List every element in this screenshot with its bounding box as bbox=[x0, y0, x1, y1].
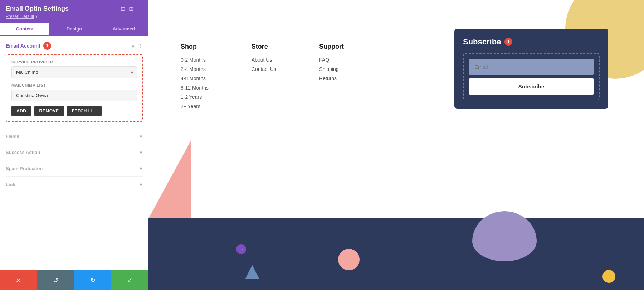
link-header[interactable]: Link ∨ bbox=[6, 182, 143, 187]
spam-protection-section: Spam Protection ∨ bbox=[6, 160, 143, 176]
bottom-toolbar: ✕ ↺ ↻ ✓ bbox=[0, 270, 148, 290]
nav-columns: Shop 0-2 Months 2-4 Months 4-8 Months 8-… bbox=[181, 43, 344, 113]
add-button[interactable]: ADD bbox=[11, 106, 31, 116]
footer-yellow-circle bbox=[602, 270, 615, 283]
fields-chevron-icon: ∨ bbox=[139, 133, 143, 139]
fields-section: Fields ∨ bbox=[6, 128, 143, 144]
subscribe-badge: 1 bbox=[504, 38, 512, 46]
save-icon: ✓ bbox=[127, 276, 133, 284]
nav-link[interactable]: 4-8 Months bbox=[181, 76, 209, 81]
footer-peach-circle bbox=[338, 249, 360, 270]
btn-row: ADD REMOVE FETCH LI... bbox=[11, 106, 137, 116]
layout-icon[interactable]: ⊞ bbox=[129, 5, 133, 12]
section-more-icon[interactable]: ⋮ bbox=[138, 43, 143, 49]
subscribe-header: Subscribe 1 bbox=[463, 37, 600, 47]
success-action-chevron-icon: ∨ bbox=[139, 149, 143, 155]
spam-protection-chevron-icon: ∨ bbox=[139, 165, 143, 171]
nav-link[interactable]: Shipping bbox=[319, 66, 344, 72]
section-header: Email Account 1 ∧ ⋮ bbox=[6, 42, 143, 50]
link-section: Link ∨ bbox=[6, 176, 143, 192]
tab-advanced[interactable]: Advanced bbox=[99, 23, 148, 36]
spam-protection-title: Spam Protection bbox=[6, 166, 43, 171]
nav-link[interactable]: About Us bbox=[252, 57, 276, 63]
success-action-section: Success Action ∨ bbox=[6, 144, 143, 160]
store-column: Store About Us Contact Us bbox=[252, 43, 276, 113]
focus-icon[interactable]: ⊡ bbox=[121, 5, 125, 12]
nav-link[interactable]: Returns bbox=[319, 76, 344, 81]
subscribe-button[interactable]: Subscribe bbox=[469, 78, 594, 95]
remove-button[interactable]: REMOVE bbox=[34, 106, 64, 116]
spam-protection-header[interactable]: Spam Protection ∨ bbox=[6, 165, 143, 171]
store-heading: Store bbox=[252, 43, 276, 50]
close-icon: ✕ bbox=[16, 276, 21, 284]
subscribe-dashed-box: Subscribe bbox=[463, 53, 600, 100]
undo-icon: ↺ bbox=[53, 276, 58, 284]
footer-purple-dot: ··· bbox=[236, 244, 246, 254]
more-icon[interactable]: ⋮ bbox=[137, 5, 143, 12]
service-provider-select[interactable]: MailChimp bbox=[11, 66, 137, 78]
nav-link[interactable]: 2+ Years bbox=[181, 103, 209, 109]
panel-title: Email Optin Settings bbox=[6, 5, 69, 13]
nav-link[interactable]: FAQ bbox=[319, 57, 344, 63]
shop-heading: Shop bbox=[181, 43, 209, 50]
support-column: Support FAQ Shipping Returns bbox=[319, 43, 344, 113]
link-chevron-icon: ∨ bbox=[139, 182, 143, 187]
success-action-header[interactable]: Success Action ∨ bbox=[6, 149, 143, 155]
redo-button[interactable]: ↻ bbox=[74, 270, 112, 290]
section-header-right: ∧ ⋮ bbox=[131, 43, 143, 49]
nav-link[interactable]: 0-2 Months bbox=[181, 57, 209, 63]
fields-header[interactable]: Fields ∨ bbox=[6, 133, 143, 139]
mailchimp-list-label: MailChimp List bbox=[11, 83, 137, 87]
close-button[interactable]: ✕ bbox=[0, 270, 37, 290]
right-preview: ··· Shop 0-2 Months 2-4 Months 4-8 Month… bbox=[148, 0, 644, 290]
fetch-list-button[interactable]: FETCH LI... bbox=[67, 106, 102, 116]
link-title: Link bbox=[6, 182, 15, 187]
email-account-badge: 1 bbox=[43, 42, 51, 50]
nav-link[interactable]: 2-4 Months bbox=[181, 66, 209, 72]
tab-content[interactable]: Content bbox=[0, 23, 49, 36]
email-account-dashed-box: Service Provider MailChimp ▾ MailChimp L… bbox=[6, 54, 143, 122]
pink-triangle-decoration bbox=[148, 140, 191, 218]
dark-footer-bg: ··· bbox=[148, 218, 644, 290]
shop-column: Shop 0-2 Months 2-4 Months 4-8 Months 8-… bbox=[181, 43, 209, 113]
panel-header: Email Optin Settings ⊡ ⊞ ⋮ Preset: Defau… bbox=[0, 0, 148, 23]
success-action-title: Success Action bbox=[6, 150, 40, 155]
service-provider-label: Service Provider bbox=[11, 60, 137, 64]
undo-button[interactable]: ↺ bbox=[37, 270, 74, 290]
subscribe-title: Subscribe bbox=[463, 37, 501, 47]
nav-link[interactable]: Contact Us bbox=[252, 66, 276, 72]
email-account-section: Email Account 1 ∧ ⋮ Service Provider Mai… bbox=[6, 42, 143, 122]
left-panel: Email Optin Settings ⊡ ⊞ ⋮ Preset: Defau… bbox=[0, 0, 148, 290]
redo-icon: ↻ bbox=[90, 276, 96, 284]
mailchimp-list-input[interactable] bbox=[11, 90, 137, 101]
footer-triangle-blue bbox=[245, 265, 259, 279]
save-button[interactable]: ✓ bbox=[111, 270, 148, 290]
support-heading: Support bbox=[319, 43, 344, 50]
fields-title: Fields bbox=[6, 134, 19, 139]
nav-link[interactable]: 8-12 Months bbox=[181, 85, 209, 91]
subscribe-box: Subscribe 1 Subscribe bbox=[454, 29, 608, 109]
service-provider-select-wrap: MailChimp ▾ bbox=[11, 66, 137, 78]
chevron-up-icon[interactable]: ∧ bbox=[131, 43, 135, 49]
nav-link[interactable]: 1-2 Years bbox=[181, 94, 209, 100]
section-title: Email Account 1 bbox=[6, 42, 51, 50]
email-account-label: Email Account bbox=[6, 43, 40, 49]
panel-header-icons: ⊡ ⊞ ⋮ bbox=[121, 5, 143, 12]
panel-preset: Preset: Default ▾ bbox=[6, 14, 143, 19]
panel-content: Email Account 1 ∧ ⋮ Service Provider Mai… bbox=[0, 36, 148, 270]
panel-tabs: Content Design Advanced bbox=[0, 23, 148, 36]
subscribe-email-input[interactable] bbox=[469, 59, 594, 75]
tab-design[interactable]: Design bbox=[49, 23, 99, 36]
